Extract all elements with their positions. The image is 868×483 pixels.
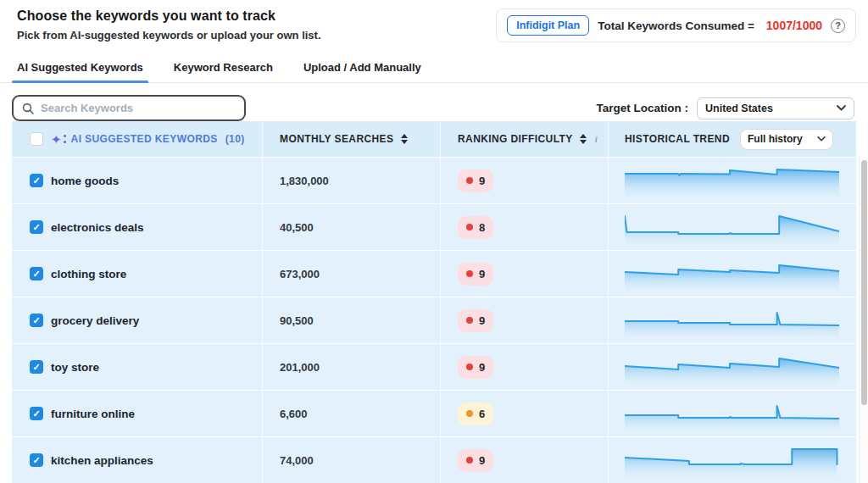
help-icon[interactable]: ? [831, 19, 845, 33]
difficulty-value: 9 [479, 175, 485, 187]
difficulty-badge: 9 [458, 356, 493, 379]
cell-historical-trend [609, 251, 856, 297]
tab-ai-suggested-keywords[interactable]: AI Suggested Keywords [17, 56, 143, 82]
monthly-searches-value: 90,500 [280, 314, 314, 327]
trend-sparkline [625, 210, 839, 244]
difficulty-dot-icon [466, 457, 473, 464]
monthly-searches-value: 6,600 [280, 408, 308, 420]
monthly-searches-value: 673,000 [280, 268, 320, 280]
row-checkbox[interactable]: ✓ [30, 314, 43, 327]
consumed-label: Total Keywords Consumed = [598, 19, 754, 32]
cell-monthly-searches: 90,500 [263, 297, 441, 343]
cell-ranking-difficulty: 9 [441, 158, 609, 203]
difficulty-dot-icon [466, 177, 473, 184]
cell-historical-trend [609, 344, 856, 390]
tab-keyword-research[interactable]: Keyword Research [174, 56, 273, 82]
difficulty-badge: 9 [458, 169, 493, 192]
difficulty-badge: 6 [458, 402, 493, 425]
controls-row: Target Location : United States [0, 83, 868, 121]
table-header-row: ✦ AI SUGGESTED KEYWORDS (10) MONTHLY SEA… [12, 121, 856, 157]
cell-ranking-difficulty: 6 [441, 391, 609, 436]
difficulty-dot-icon [466, 317, 473, 324]
keyword-tracking-page: Choose the keywords you want to track Pi… [0, 0, 868, 483]
scrollbar-thumb[interactable] [861, 160, 867, 405]
cell-keyword: ✓ kitchen appliances [12, 437, 263, 483]
search-input[interactable] [41, 102, 236, 114]
tab-upload-add-manually[interactable]: Upload / Add Manually [303, 56, 421, 82]
cell-historical-trend [609, 437, 856, 483]
table-row: ✓ grocery delivery 90,500 9 [12, 297, 856, 343]
search-icon [22, 103, 34, 114]
chevron-down-icon [837, 105, 846, 111]
row-checkbox[interactable]: ✓ [30, 267, 43, 280]
search-box[interactable] [12, 95, 246, 121]
monthly-searches-value: 201,000 [280, 361, 320, 374]
sort-icon-monthly[interactable] [401, 134, 408, 144]
cell-historical-trend [609, 297, 856, 343]
select-all-checkbox[interactable] [30, 132, 43, 146]
header-cell-historical-trend: HISTORICAL TREND Full history [609, 121, 856, 157]
cell-historical-trend [609, 158, 856, 203]
row-checkbox[interactable]: ✓ [30, 453, 43, 467]
row-checkbox[interactable]: ✓ [30, 407, 43, 420]
cell-historical-trend [609, 204, 856, 250]
difficulty-dot-icon [466, 364, 473, 370]
header-cell-ranking-difficulty: RANKING DIFFICULTY i [441, 121, 609, 157]
trend-sparkline [625, 257, 839, 291]
cell-monthly-searches: 6,600 [263, 391, 441, 436]
ranking-difficulty-label: RANKING DIFFICULTY [458, 133, 573, 145]
difficulty-dot-icon [466, 270, 473, 277]
plan-button[interactable]: Infidigit Plan [507, 15, 589, 36]
header-cell-monthly-searches: MONTHLY SEARCHES [263, 121, 441, 157]
table-row: ✓ toy store 201,000 9 [12, 343, 856, 390]
consumed-value: 1007/1000 [766, 19, 822, 32]
historical-trend-label: HISTORICAL TREND [625, 133, 730, 145]
row-checkbox[interactable]: ✓ [30, 174, 43, 187]
cell-keyword: ✓ clothing store [12, 251, 263, 297]
keyword-label: clothing store [51, 268, 126, 280]
keyword-label: kitchen appliances [51, 454, 153, 467]
difficulty-value: 9 [479, 314, 485, 327]
difficulty-value: 9 [479, 361, 485, 374]
row-checkbox[interactable]: ✓ [30, 220, 43, 234]
cell-keyword: ✓ grocery delivery [12, 297, 263, 343]
keywords-table: ✦ AI SUGGESTED KEYWORDS (10) MONTHLY SEA… [12, 121, 856, 483]
sort-icon-difficulty[interactable] [580, 134, 587, 144]
cell-monthly-searches: 673,000 [263, 251, 441, 297]
cell-keyword: ✓ home goods [12, 158, 263, 203]
trend-range-value: Full history [748, 133, 803, 145]
table-row: ✓ electronics deals 40,500 8 [12, 203, 856, 250]
table-body: ✓ home goods 1,830,000 9 ✓ electronics d… [12, 157, 856, 483]
ai-sparkle-icon: ✦ [51, 133, 62, 146]
table-row: ✓ kitchen appliances 74,000 9 [12, 436, 856, 483]
cell-keyword: ✓ furniture online [12, 391, 263, 436]
keyword-label: home goods [51, 175, 119, 187]
trend-sparkline [625, 164, 839, 197]
difficulty-badge: 9 [458, 309, 493, 332]
chevron-down-icon [817, 136, 826, 142]
page-header: Choose the keywords you want to track Pi… [0, 0, 868, 42]
table-row: ✓ home goods 1,830,000 9 [12, 157, 856, 203]
cell-ranking-difficulty: 9 [441, 344, 609, 390]
page-title: Choose the keywords you want to track [17, 8, 321, 24]
difficulty-badge: 9 [458, 263, 493, 286]
header-titles: Choose the keywords you want to track Pi… [17, 8, 321, 42]
monthly-searches-label: MONTHLY SEARCHES [280, 133, 393, 145]
difficulty-badge: 9 [458, 449, 493, 472]
cell-monthly-searches: 201,000 [263, 344, 441, 390]
cell-ranking-difficulty: 9 [441, 251, 609, 297]
cell-keyword: ✓ electronics deals [12, 204, 263, 250]
cell-monthly-searches: 1,830,000 [263, 158, 441, 203]
monthly-searches-value: 74,000 [280, 454, 314, 467]
target-location-select[interactable]: United States [697, 97, 854, 119]
info-icon[interactable]: i [595, 134, 598, 144]
row-checkbox[interactable]: ✓ [30, 360, 43, 374]
keyword-label: grocery delivery [51, 314, 139, 327]
cell-ranking-difficulty: 9 [441, 437, 609, 483]
trend-range-select[interactable]: Full history [740, 129, 833, 150]
difficulty-value: 6 [479, 408, 485, 420]
trend-sparkline [625, 303, 839, 337]
difficulty-dot-icon [466, 224, 473, 230]
table-row: ✓ furniture online 6,600 6 [12, 390, 856, 436]
target-location: Target Location : United States [596, 97, 854, 119]
